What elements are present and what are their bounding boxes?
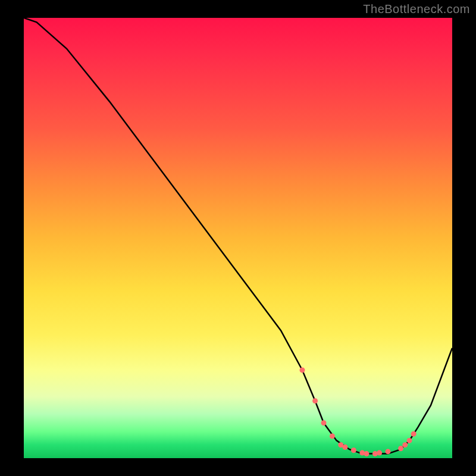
curve-point <box>364 451 369 456</box>
curve-point <box>402 442 408 447</box>
curve-point <box>411 431 416 437</box>
curve-point <box>321 420 327 425</box>
chart-frame: TheBottleneck.com <box>0 0 476 476</box>
curve-point <box>330 434 335 439</box>
curve-point <box>300 368 305 373</box>
plot-area <box>24 18 452 458</box>
watermark-label: TheBottleneck.com <box>363 2 470 16</box>
curve-point <box>343 444 348 450</box>
curve-point <box>398 446 403 451</box>
curve-point <box>372 451 378 456</box>
curve-point <box>351 447 356 453</box>
curve-point <box>377 450 382 456</box>
curve-point <box>312 398 318 403</box>
curve-point <box>386 449 391 454</box>
curve-point <box>359 450 365 456</box>
curve-point <box>407 438 412 443</box>
curve-point <box>338 442 343 447</box>
bottleneck-curve <box>24 18 452 458</box>
